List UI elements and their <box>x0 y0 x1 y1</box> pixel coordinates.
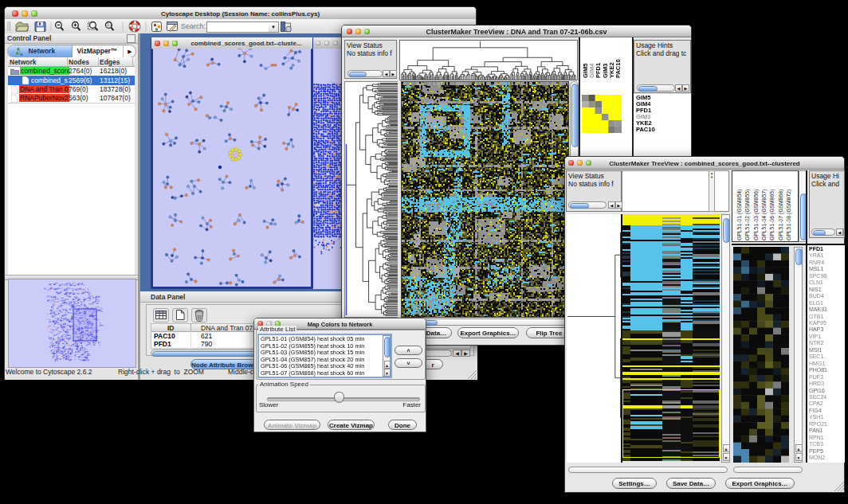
svg-text:1:1: 1:1 <box>107 23 112 27</box>
